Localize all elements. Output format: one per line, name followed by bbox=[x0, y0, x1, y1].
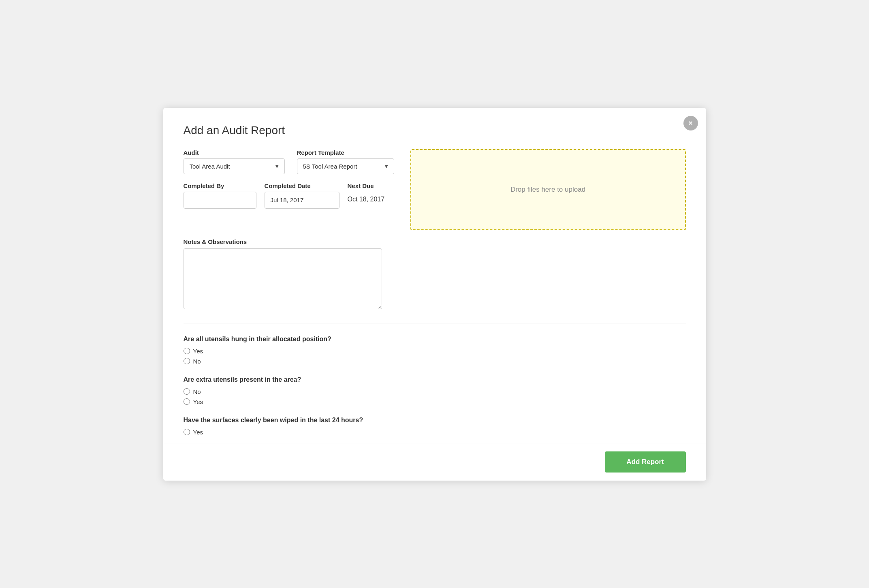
question-1-yes-label: Yes bbox=[193, 348, 203, 355]
question-block-2: Are extra utensils present in the area? … bbox=[184, 376, 686, 405]
question-1-yes-option[interactable]: Yes bbox=[184, 348, 686, 355]
dates-row: Completed By Completed Date Next Due Oct… bbox=[184, 182, 394, 209]
question-1-no-option[interactable]: No bbox=[184, 358, 686, 365]
question-3-text: Have the surfaces clearly been wiped in … bbox=[184, 417, 686, 424]
report-template-label: Report Template bbox=[297, 149, 394, 156]
next-due-field: Next Due Oct 18, 2017 bbox=[348, 182, 385, 203]
completed-date-label: Completed Date bbox=[265, 182, 339, 189]
question-1-text: Are all utensils hung in their allocated… bbox=[184, 336, 686, 343]
next-due-value: Oct 18, 2017 bbox=[348, 192, 385, 203]
audit-label: Audit bbox=[184, 149, 285, 156]
completed-by-input[interactable] bbox=[184, 192, 256, 209]
question-3-yes-option[interactable]: Yes bbox=[184, 429, 686, 436]
question-2-yes-option[interactable]: Yes bbox=[184, 398, 686, 405]
close-button[interactable]: × bbox=[683, 116, 698, 130]
top-section: Audit Tool Area Audit ▼ Report Template … bbox=[184, 149, 686, 230]
question-2-no-label: No bbox=[193, 388, 201, 395]
close-icon: × bbox=[688, 120, 693, 127]
question-2-yes-radio[interactable] bbox=[184, 398, 190, 405]
completed-date-input[interactable] bbox=[265, 192, 339, 209]
modal-container: × Add an Audit Report Audit Tool Area Au… bbox=[163, 108, 706, 481]
add-report-button[interactable]: Add Report bbox=[605, 451, 686, 473]
modal-footer: Add Report bbox=[163, 443, 706, 481]
question-1-no-radio[interactable] bbox=[184, 358, 190, 364]
question-block-1: Are all utensils hung in their allocated… bbox=[184, 336, 686, 365]
form-fields-left: Audit Tool Area Audit ▼ Report Template … bbox=[184, 149, 394, 209]
question-1-no-label: No bbox=[193, 358, 201, 365]
modal-title: Add an Audit Report bbox=[184, 124, 686, 137]
next-due-label: Next Due bbox=[348, 182, 385, 189]
report-template-select[interactable]: 5S Tool Area Report bbox=[297, 158, 394, 174]
completed-date-field: Completed Date bbox=[265, 182, 339, 209]
audit-select[interactable]: Tool Area Audit bbox=[184, 158, 285, 174]
question-1-yes-radio[interactable] bbox=[184, 348, 190, 354]
report-template-select-wrapper[interactable]: 5S Tool Area Report ▼ bbox=[297, 158, 394, 174]
completed-by-label: Completed By bbox=[184, 182, 256, 189]
question-3-yes-radio[interactable] bbox=[184, 429, 190, 435]
audit-field: Audit Tool Area Audit ▼ bbox=[184, 149, 285, 174]
question-2-yes-label: Yes bbox=[193, 398, 203, 405]
audit-select-wrapper[interactable]: Tool Area Audit ▼ bbox=[184, 158, 285, 174]
question-block-3: Have the surfaces clearly been wiped in … bbox=[184, 417, 686, 436]
notes-label: Notes & Observations bbox=[184, 238, 686, 245]
report-template-field: Report Template 5S Tool Area Report ▼ bbox=[297, 149, 394, 174]
question-2-no-radio[interactable] bbox=[184, 388, 190, 395]
questions-section: Are all utensils hung in their allocated… bbox=[184, 336, 686, 436]
question-2-no-option[interactable]: No bbox=[184, 388, 686, 395]
notes-section: Notes & Observations bbox=[184, 238, 686, 311]
audit-template-row: Audit Tool Area Audit ▼ Report Template … bbox=[184, 149, 394, 174]
question-2-text: Are extra utensils present in the area? bbox=[184, 376, 686, 383]
file-drop-zone[interactable]: Drop files here to upload bbox=[410, 149, 686, 230]
notes-textarea[interactable] bbox=[184, 248, 382, 309]
drop-zone-text: Drop files here to upload bbox=[510, 186, 585, 194]
completed-by-field: Completed By bbox=[184, 182, 256, 209]
section-divider bbox=[184, 323, 686, 323]
question-3-yes-label: Yes bbox=[193, 429, 203, 436]
